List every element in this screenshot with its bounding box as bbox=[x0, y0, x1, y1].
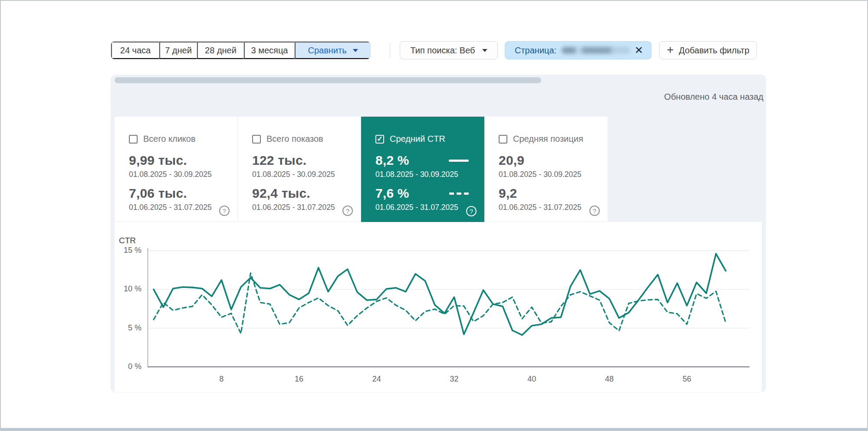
filter-group-divider bbox=[390, 43, 390, 58]
x-tick-label: 16 bbox=[295, 375, 303, 384]
plus-icon: + bbox=[667, 44, 674, 56]
checkbox-unchecked-icon[interactable] bbox=[129, 135, 138, 144]
add-filter-button[interactable]: + Добавить фильтр bbox=[659, 41, 757, 59]
metric-range-current: 01.08.2025 - 30.09.2025 bbox=[375, 170, 484, 179]
page-filter-label: Страница: bbox=[515, 46, 556, 56]
x-tick-label: 32 bbox=[450, 375, 459, 384]
metric-range-current: 01.08.2025 - 30.09.2025 bbox=[252, 170, 361, 179]
metric-value-previous: 7,6 % bbox=[375, 186, 409, 201]
total-clicks-card[interactable]: Всего кликов 9,99 тыс. 01.08.2025 - 30.0… bbox=[115, 117, 238, 222]
metric-value-previous: 92,4 тыс. bbox=[252, 186, 310, 201]
total-impressions-card[interactable]: Всего показов 122 тыс. 01.08.2025 - 30.0… bbox=[238, 117, 361, 222]
metric-range-current: 01.08.2025 - 30.09.2025 bbox=[129, 170, 237, 179]
help-icon[interactable]: ? bbox=[466, 206, 477, 216]
metric-value-current: 122 тыс. bbox=[252, 153, 306, 168]
help-icon[interactable]: ? bbox=[219, 206, 230, 216]
metric-value-current: 9,99 тыс. bbox=[129, 153, 187, 168]
help-icon[interactable]: ? bbox=[589, 206, 600, 216]
x-tick-label: 56 bbox=[683, 375, 691, 384]
ctr-chart-card: CTR 15 %10 %5 %0 % 8162432404856 bbox=[115, 222, 762, 392]
search-type-dropdown[interactable]: Тип поиска: Веб bbox=[400, 41, 498, 59]
average-position-card[interactable]: Средняя позиция 20,9 01.08.2025 - 30.09.… bbox=[484, 117, 608, 222]
checkbox-unchecked-icon[interactable] bbox=[252, 135, 261, 144]
horizontal-scrollbar[interactable] bbox=[115, 77, 541, 83]
compare-label: Сравнить bbox=[308, 46, 346, 56]
y-tick-label: 5 % bbox=[115, 323, 141, 333]
x-tick-label: 48 bbox=[605, 375, 614, 384]
metric-value-current: 20,9 bbox=[499, 153, 524, 168]
chevron-down-icon bbox=[482, 49, 487, 52]
metric-cards-row: Всего кликов 9,99 тыс. 01.08.2025 - 30.0… bbox=[115, 117, 608, 222]
x-tick-label: 24 bbox=[372, 375, 381, 384]
x-tick-label: 8 bbox=[219, 375, 224, 384]
compare-dropdown-button[interactable]: Сравнить bbox=[295, 42, 370, 59]
chart-y-axis-title: CTR bbox=[119, 236, 136, 245]
search-type-label: Тип поиска: Веб bbox=[410, 46, 475, 56]
metric-value-previous: 9,2 bbox=[499, 186, 517, 201]
metric-value-current: 8,2 % bbox=[375, 153, 409, 168]
solid-line-legend-icon bbox=[449, 160, 469, 162]
page-filter-blurred-value bbox=[562, 47, 630, 54]
metric-label: Всего показов bbox=[266, 134, 323, 144]
checkbox-checked-icon[interactable] bbox=[375, 135, 384, 144]
metric-range-current: 01.08.2025 - 30.09.2025 bbox=[499, 170, 608, 179]
report-panel: Обновлено 4 часа назад Всего кликов 9,99… bbox=[111, 75, 766, 392]
y-tick-label: 15 % bbox=[115, 246, 141, 255]
checkbox-unchecked-icon[interactable] bbox=[499, 135, 507, 144]
y-tick-label: 0 % bbox=[115, 362, 141, 371]
range-3m-button[interactable]: 3 месяца bbox=[244, 42, 295, 59]
add-filter-label: Добавить фильтр bbox=[679, 46, 749, 56]
range-7d-button[interactable]: 7 дней bbox=[159, 42, 197, 59]
chevron-down-icon bbox=[353, 49, 358, 52]
dashed-series-line bbox=[154, 273, 726, 333]
range-28d-button[interactable]: 28 дней bbox=[197, 42, 244, 59]
close-icon[interactable]: ✕ bbox=[635, 45, 643, 56]
filter-bar: 24 часа 7 дней 28 дней 3 месяца Сравнить… bbox=[1, 41, 867, 60]
search-console-performance-screen: 24 часа 7 дней 28 дней 3 месяца Сравнить… bbox=[0, 0, 868, 431]
average-ctr-card-selected[interactable]: Средний CTR 8,2 % 01.08.2025 - 30.09.202… bbox=[361, 117, 484, 222]
metric-label: Средняя позиция bbox=[513, 134, 583, 144]
bottom-accent-strip bbox=[1, 428, 867, 430]
x-tick-label: 40 bbox=[527, 375, 536, 384]
metric-value-previous: 7,06 тыс. bbox=[129, 186, 187, 201]
ctr-line-chart[interactable] bbox=[147, 244, 750, 369]
help-icon[interactable]: ? bbox=[342, 206, 353, 216]
page-filter-chip[interactable]: Страница: ✕ bbox=[505, 41, 651, 59]
date-range-segmented-control: 24 часа 7 дней 28 дней 3 месяца Сравнить bbox=[111, 41, 371, 59]
y-tick-label: 10 % bbox=[115, 284, 141, 294]
metric-label: Средний CTR bbox=[390, 134, 445, 144]
dashed-line-legend-icon bbox=[449, 193, 469, 195]
solid-series-line bbox=[154, 254, 726, 335]
last-updated-text: Обновлено 4 часа назад bbox=[664, 92, 763, 102]
metric-label: Всего кликов bbox=[143, 134, 196, 144]
range-24h-button[interactable]: 24 часа bbox=[111, 42, 159, 59]
